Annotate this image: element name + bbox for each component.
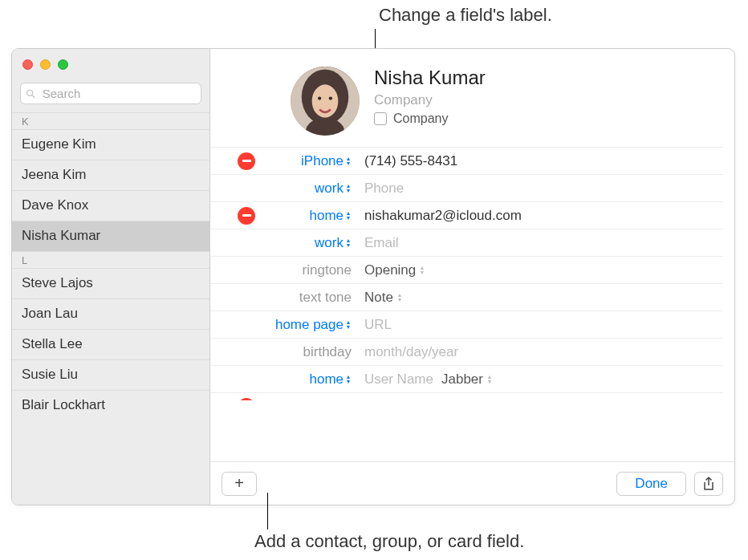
field-select[interactable]: Note ▴▾ [356,290,723,306]
field-row: work ▴▾ Phone [210,174,723,201]
field-im-row: User Name Jabber ▴▾ [356,371,723,388]
company-checkbox[interactable] [374,112,387,125]
field-row-partial [210,392,723,400]
im-service-select[interactable]: Jabber ▴▾ [441,371,493,388]
share-button[interactable] [694,472,723,496]
field-label-static: text tone [260,290,356,306]
contact-item-blair-lockhart[interactable]: Blair Lockhart [12,390,209,420]
company-placeholder[interactable]: Company [374,92,486,108]
add-button[interactable]: + [222,472,257,496]
svg-point-5 [318,96,321,99]
field-select[interactable]: Opening ▴▾ [356,262,723,278]
sidebar: K Eugene Kim Jeena Kim Dave Knox Nisha K… [12,49,210,505]
contact-item-joan-lau[interactable]: Joan Lau [12,298,209,329]
field-row: work ▴▾ Email [210,229,723,256]
texttone-select[interactable]: Note ▴▾ [364,290,403,306]
contact-card-pane: Nisha Kumar Company Company iPhone ▴▾ (7… [210,49,734,505]
callout-bottom-label: Add a contact, group, or card field. [254,531,524,552]
card-footer: + Done [210,461,734,505]
field-label: home [309,208,344,224]
chevron-updown-icon: ▴▾ [345,238,352,248]
company-checkbox-label: Company [393,112,448,126]
field-label-dropdown[interactable]: home page ▴▾ [260,317,356,333]
select-value: Jabber [441,371,483,388]
chevron-updown-icon: ▴▾ [396,293,403,302]
field-label: work [315,235,344,251]
svg-point-6 [329,96,332,99]
field-placeholder[interactable]: URL [356,317,723,333]
name-block: Nisha Kumar Company Company [374,67,486,136]
field-value[interactable]: (714) 555-8431 [356,153,723,169]
avatar[interactable] [291,67,360,136]
chevron-updown-icon: ▴▾ [345,375,352,384]
contact-item-stella-lee[interactable]: Stella Lee [12,329,209,359]
select-value: Note [364,290,393,306]
field-row: home ▴▾ nishakumar2@icloud.com [210,201,723,229]
chevron-updown-icon: ▴▾ [345,184,352,193]
chevron-updown-icon: ▴▾ [345,211,352,221]
field-label-dropdown[interactable]: work ▴▾ [260,235,356,251]
ringtone-select[interactable]: Opening ▴▾ [364,262,425,278]
field-row: birthday month/day/year [210,338,723,365]
close-window-button[interactable] [22,59,33,70]
field-label: iPhone [301,153,344,169]
svg-point-0 [27,90,33,95]
delete-field-button[interactable] [238,207,255,225]
contact-item-nisha-kumar[interactable]: Nisha Kumar [12,221,209,251]
delete-field-button[interactable] [238,152,255,170]
field-label: work [315,181,344,197]
field-placeholder[interactable]: month/day/year [356,344,723,360]
chevron-updown-icon: ▴▾ [345,156,352,166]
field-label: home [309,371,344,388]
field-row: text tone Note ▴▾ [210,283,723,310]
company-checkbox-row: Company [374,112,486,126]
chevron-updown-icon: ▴▾ [486,375,493,384]
avatar-image [291,67,360,136]
field-row: ringtone Opening ▴▾ [210,256,723,283]
delete-field-button[interactable] [238,398,255,400]
minimize-window-button[interactable] [40,59,51,70]
field-row: iPhone ▴▾ (714) 555-8431 [210,147,723,174]
field-value[interactable]: nishakumar2@icloud.com [356,208,723,224]
field-label-static: ringtone [260,262,356,278]
field-label: home page [275,317,344,333]
contact-item-susie-liu[interactable]: Susie Liu [12,359,209,390]
field-placeholder[interactable]: Phone [356,181,723,197]
callout-top-label: Change a field's label. [379,5,552,26]
field-placeholder[interactable]: User Name [364,371,433,388]
contacts-window: K Eugene Kim Jeena Kim Dave Knox Nisha K… [11,48,735,505]
section-header-k: K [12,112,209,129]
field-label-dropdown[interactable]: home ▴▾ [260,208,356,224]
chevron-updown-icon: ▴▾ [345,320,352,330]
field-row: home page ▴▾ URL [210,310,723,338]
field-row: home ▴▾ User Name Jabber ▴▾ [210,365,723,392]
contact-item-dave-knox[interactable]: Dave Knox [12,190,209,221]
select-value: Opening [364,262,416,278]
search-input[interactable] [41,86,196,101]
field-placeholder[interactable]: Email [356,235,723,251]
fields-list: iPhone ▴▾ (714) 555-8431 work ▴▾ Phone h… [210,147,734,461]
field-label-dropdown[interactable]: home ▴▾ [260,371,356,388]
contact-item-jeena-kim[interactable]: Jeena Kim [12,160,209,190]
field-label-dropdown[interactable]: work ▴▾ [260,181,356,197]
field-label: birthday [303,344,352,360]
search-field[interactable] [20,83,201,104]
field-label: ringtone [303,262,352,278]
zoom-window-button[interactable] [58,59,68,70]
search-icon [26,88,36,99]
contact-item-eugene-kim[interactable]: Eugene Kim [12,129,209,160]
field-label-dropdown[interactable]: iPhone ▴▾ [260,153,356,169]
svg-line-1 [32,95,35,97]
contact-item-steve-lajos[interactable]: Steve Lajos [12,268,209,298]
section-header-l: L [12,251,209,268]
done-button[interactable]: Done [616,472,686,496]
card-header: Nisha Kumar Company Company [210,49,734,147]
window-controls [12,49,209,78]
chevron-updown-icon: ▴▾ [419,266,425,275]
search-wrapper [12,78,209,112]
field-label: text tone [299,290,352,306]
share-icon [702,477,715,491]
contact-name[interactable]: Nisha Kumar [374,67,486,89]
field-label-static: birthday [260,344,356,360]
callout-bottom-line [267,493,268,530]
